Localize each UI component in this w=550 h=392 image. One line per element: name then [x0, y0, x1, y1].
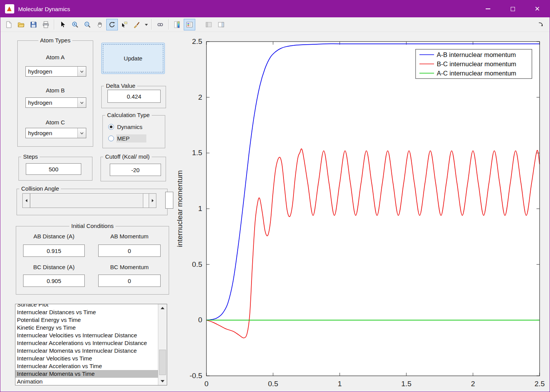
maximize-button[interactable]	[500, 0, 525, 17]
scrollbar-thumb[interactable]	[159, 350, 166, 375]
bc-distance-input[interactable]	[23, 275, 85, 287]
open-file-button[interactable]	[15, 19, 27, 30]
link-plots-icon	[156, 21, 164, 28]
save-button[interactable]	[28, 19, 39, 30]
plot-type-list: Surface PlotInternuclear Distances vs Ti…	[15, 304, 158, 385]
svg-text:2.5: 2.5	[535, 380, 545, 388]
close-button[interactable]: ×	[525, 0, 550, 17]
hide-plot-tools-button[interactable]	[203, 19, 215, 30]
brush-button[interactable]	[131, 19, 143, 30]
listbox-scrollbar[interactable]	[158, 304, 167, 385]
atom-b-label: Atom B	[18, 87, 93, 94]
list-item[interactable]: Animation	[15, 378, 158, 385]
steps-input[interactable]	[26, 163, 81, 175]
show-plot-tools-icon	[217, 21, 225, 28]
pan-icon	[96, 21, 104, 28]
maximize-icon	[511, 7, 515, 11]
list-item[interactable]: Potential Energy vs Time	[15, 316, 158, 324]
zoom-in-icon	[71, 21, 79, 28]
insert-legend-icon	[186, 21, 193, 28]
app-window: Molecular Dynamics ×	[0, 0, 550, 392]
scroll-down-button[interactable]	[158, 377, 167, 385]
radio-mep[interactable]: MEP	[108, 134, 146, 142]
scroll-up-button[interactable]	[158, 304, 167, 312]
data-cursor-button[interactable]	[119, 19, 130, 30]
svg-text:2.5: 2.5	[192, 37, 202, 45]
minimize-icon	[486, 8, 490, 9]
atom-a-value: hydrogen	[26, 67, 77, 76]
list-item[interactable]: Internulear Velocities vs Time	[15, 355, 158, 362]
collision-angle-value-input[interactable]	[165, 192, 173, 209]
atom-c-dropdown[interactable]: hydrogen	[25, 128, 86, 138]
svg-text:A-C internuclear momentum: A-C internuclear momentum	[437, 70, 516, 77]
data-cursor-icon	[121, 21, 128, 28]
atom-b-dropdown[interactable]: hydrogen	[25, 97, 86, 108]
list-item[interactable]: Internuclear Momenta vs Internuclear Dis…	[15, 347, 158, 355]
bc-momentum-label: BC Momentum	[98, 264, 161, 270]
radio-dynamics[interactable]: Dynamics	[108, 122, 145, 131]
slider-thumb[interactable]	[30, 194, 143, 208]
initial-conditions-panel: Initial Conditions AB Distance (A) AB Mo…	[16, 226, 169, 295]
svg-text:1: 1	[198, 204, 202, 213]
brush-dropdown-button[interactable]	[143, 19, 149, 30]
dock-figure-button[interactable]	[535, 19, 547, 30]
bc-distance-label: BC Distance (A)	[23, 264, 85, 270]
cutoff-input[interactable]	[110, 164, 161, 176]
list-item[interactable]: Internuclear Accelerations vs Internucle…	[15, 339, 158, 347]
chevron-down-icon	[77, 128, 86, 138]
list-item[interactable]: Surface Plot	[15, 304, 158, 308]
calculation-type-panel: Calculation Type Dynamics MEP	[102, 115, 165, 148]
initial-conditions-title: Initial Conditions	[69, 223, 116, 229]
toolbar-separator	[54, 19, 55, 30]
atom-a-dropdown[interactable]: hydrogen	[25, 66, 86, 77]
list-item[interactable]: Kinetic Energy vs Time	[15, 324, 158, 332]
link-plots-button[interactable]	[154, 19, 166, 30]
zoom-in-button[interactable]	[69, 19, 81, 30]
rotate-3d-icon	[108, 21, 116, 28]
delta-value-input[interactable]	[107, 90, 161, 103]
pan-button[interactable]	[94, 19, 106, 30]
window-title: Molecular Dynamics	[18, 6, 70, 12]
zoom-out-button[interactable]	[82, 19, 93, 30]
figure-toolbar	[0, 17, 550, 32]
atom-a-label: Atom A	[18, 54, 93, 60]
svg-text:2: 2	[471, 380, 475, 388]
collision-angle-panel: Collision Angle	[17, 189, 168, 215]
print-button[interactable]	[40, 19, 52, 30]
bc-momentum-input[interactable]	[98, 275, 161, 287]
svg-text:0: 0	[205, 380, 209, 388]
matlab-icon	[5, 4, 14, 13]
update-button[interactable]: Update	[101, 43, 165, 74]
svg-text:B-C internuclear momentum: B-C internuclear momentum	[437, 60, 516, 67]
insert-colorbar-icon	[173, 21, 181, 28]
list-item[interactable]: Internuclear Distances vs Time	[15, 308, 158, 316]
save-icon	[30, 21, 37, 28]
atom-types-title: Atom Types	[38, 37, 72, 44]
ab-momentum-input[interactable]	[98, 245, 161, 257]
minimize-button[interactable]	[476, 0, 500, 17]
ab-distance-label: AB Distance (A)	[23, 233, 85, 240]
svg-text:internuclear momentum: internuclear momentum	[176, 170, 184, 247]
atom-c-label: Atom C	[18, 119, 93, 126]
svg-text:A-B internuclear momentum: A-B internuclear momentum	[437, 51, 516, 58]
insert-legend-button[interactable]	[184, 19, 195, 30]
list-item[interactable]: Internuclear Velocities vs Internuclear …	[15, 332, 158, 339]
radio-dynamics-label: Dynamics	[116, 123, 145, 131]
momentum-plot[interactable]: 00.511.522.5-0.500.511.522.5internuclear…	[174, 32, 550, 392]
new-file-button[interactable]	[3, 19, 15, 30]
list-item[interactable]: Internuclear Momenta vs Time	[15, 370, 158, 378]
edit-plot-button[interactable]	[57, 19, 69, 30]
chart-area[interactable]: 00.511.522.5-0.500.511.522.5internuclear…	[174, 32, 550, 392]
list-item[interactable]: Internuclear Acceleration vs Time	[15, 362, 158, 370]
slider-track[interactable]	[143, 194, 149, 208]
insert-colorbar-button[interactable]	[171, 19, 183, 30]
show-plot-tools-button[interactable]	[215, 19, 227, 30]
slider-left-arrow[interactable]	[23, 194, 30, 208]
plot-type-listbox: Surface PlotInternuclear Distances vs Ti…	[15, 304, 167, 385]
slider-right-arrow[interactable]	[149, 194, 156, 208]
rotate-3d-button[interactable]	[106, 19, 118, 30]
ab-distance-input[interactable]	[23, 245, 85, 257]
collision-angle-slider[interactable]	[22, 193, 156, 208]
chevron-down-icon	[144, 23, 148, 26]
hide-plot-tools-icon	[205, 21, 213, 28]
